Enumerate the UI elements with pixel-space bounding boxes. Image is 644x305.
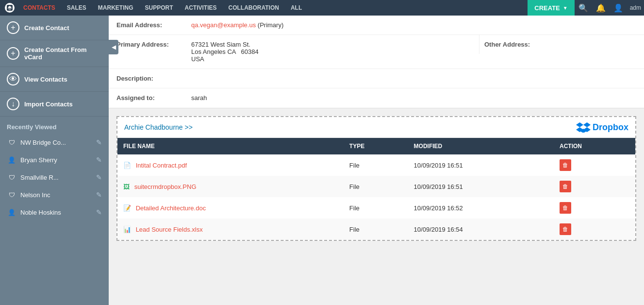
edit-icon[interactable]: ✎ [96, 173, 102, 181]
user-label: adm [627, 4, 644, 11]
create-contact-vcard-action[interactable]: + Create Contact From vCard [0, 40, 109, 67]
search-button[interactable]: 🔍 [575, 0, 592, 16]
nav-all[interactable]: ALL [285, 0, 308, 16]
col-type: TYPE [344, 138, 408, 154]
import-contacts-action[interactable]: ↓ Import Contacts [0, 92, 109, 117]
recent-item-smallville[interactable]: 🛡 Smallville R... ✎ [0, 169, 109, 186]
delete-button[interactable]: 🗑 [560, 181, 571, 192]
assigned-row: Assigned to: sarah [109, 88, 644, 108]
table-row: 📝 Detailed Architecture.doc File 10/09/2… [117, 197, 635, 219]
description-row: Description: [109, 69, 644, 88]
delete-button[interactable]: 🗑 [560, 223, 571, 235]
contact-link[interactable]: Archie Chadbourne >> [124, 123, 193, 131]
email-row: Email Address: qa.vegan@example.us (Prim… [109, 16, 644, 35]
brand-icon[interactable] [5, 3, 15, 13]
file-modified-cell: 10/09/2019 16:54 [408, 219, 554, 240]
person-icon: 👤 [7, 155, 17, 165]
file-link[interactable]: Detailed Architecture.doc [136, 204, 206, 212]
assigned-value: sarah [186, 88, 644, 107]
file-name-cell: 📄 Intital Contract.pdf [117, 154, 344, 176]
dropbox-label: Dropbox [593, 122, 628, 133]
file-name-cell: 📊 Lead Source Fields.xlsx [117, 219, 344, 240]
dropbox-logo: Dropbox [576, 122, 628, 133]
nav-activities[interactable]: ACTIVITIES [179, 0, 222, 16]
dropbox-header: Archie Chadbourne >> Dropbox [117, 117, 635, 138]
delete-button[interactable]: 🗑 [560, 159, 571, 171]
edit-icon[interactable]: ✎ [96, 156, 102, 164]
file-type-cell: File [344, 219, 408, 240]
file-action-cell: 🗑 [554, 154, 635, 176]
view-contacts-icon: 👁 [7, 73, 19, 85]
top-navigation: CONTACTS SALES MARKETING SUPPORT ACTIVIT… [0, 0, 644, 16]
recent-item-bryan-sherry[interactable]: 👤 Bryan Sherry ✎ [0, 151, 109, 169]
recent-item-noble-hoskins[interactable]: 👤 Noble Hoskins ✎ [0, 203, 109, 221]
edit-icon[interactable]: ✎ [96, 138, 102, 146]
files-table-header: FILE NAME TYPE MODIFIED ACTION [117, 138, 635, 154]
file-action-cell: 🗑 [554, 219, 635, 240]
edit-icon[interactable]: ✎ [96, 208, 102, 216]
create-contact-action[interactable]: + Create Contact [0, 16, 109, 40]
address-row: Primary Address: 67321 West Siam St. Los… [109, 35, 644, 69]
detail-card: Email Address: qa.vegan@example.us (Prim… [109, 16, 644, 108]
file-link[interactable]: suitecrmdropbox.PNG [134, 183, 197, 190]
description-label: Description: [109, 69, 186, 88]
sidebar: + Create Contact + Create Contact From v… [0, 16, 109, 305]
person-icon: 👤 [7, 207, 17, 217]
sidebar-collapse-button[interactable]: ◀ [109, 40, 118, 54]
file-modified-cell: 10/09/2019 16:52 [408, 197, 554, 219]
file-link[interactable]: Intital Contract.pdf [136, 162, 187, 169]
file-link[interactable]: Lead Source Fields.xlsx [136, 226, 203, 233]
email-primary-tag: (Primary) [258, 21, 283, 29]
recent-item-nelson-inc[interactable]: 🛡 Nelson Inc ✎ [0, 186, 109, 203]
other-address-label: Other Address: [479, 35, 644, 54]
recent-item-smallville-label: Smallville R... [20, 174, 92, 181]
recent-item-noble-hoskins-label: Noble Hoskins [20, 209, 92, 216]
table-row: 📊 Lead Source Fields.xlsx File 10/09/201… [117, 219, 635, 240]
table-row: 📄 Intital Contract.pdf File 10/09/2019 1… [117, 154, 635, 176]
nav-sales[interactable]: SALES [61, 0, 92, 16]
file-modified-cell: 10/09/2019 16:51 [408, 154, 554, 176]
table-row: 🖼 suitecrmdropbox.PNG File 10/09/2019 16… [117, 176, 635, 197]
nav-contacts[interactable]: CONTACTS [17, 0, 61, 16]
col-action: ACTION [554, 138, 635, 154]
col-modified: MODIFIED [408, 138, 554, 154]
recent-item-bryan-sherry-label: Bryan Sherry [20, 156, 92, 164]
delete-button[interactable]: 🗑 [560, 202, 571, 214]
create-button[interactable]: CREATE ▼ [528, 0, 574, 16]
file-type-cell: File [344, 197, 408, 219]
nav-collaboration[interactable]: COLLABORATION [223, 0, 285, 16]
view-contacts-label: View Contacts [24, 76, 67, 83]
create-dropdown-arrow: ▼ [563, 5, 568, 11]
recent-item-nw-bridge-label: NW Bridge Co... [20, 139, 92, 146]
view-contacts-action[interactable]: 👁 View Contacts [0, 67, 109, 92]
nav-support[interactable]: SUPPORT [139, 0, 179, 16]
shield-icon: 🛡 [7, 137, 17, 147]
create-contact-icon: + [7, 21, 19, 34]
main-content: Email Address: qa.vegan@example.us (Prim… [109, 16, 644, 305]
email-label: Email Address: [109, 16, 186, 34]
assigned-label: Assigned to: [109, 88, 186, 107]
description-value [186, 69, 644, 81]
create-contact-vcard-label: Create Contact From vCard [24, 46, 102, 61]
file-modified-cell: 10/09/2019 16:51 [408, 176, 554, 197]
email-link[interactable]: qa.vegan@example.us [191, 21, 256, 29]
recent-item-nw-bridge[interactable]: 🛡 NW Bridge Co... ✎ [0, 134, 109, 151]
notifications-button[interactable]: 🔔 [592, 0, 610, 16]
import-contacts-icon: ↓ [7, 98, 19, 110]
file-action-cell: 🗑 [554, 176, 635, 197]
create-contact-label: Create Contact [24, 24, 69, 32]
recent-item-nelson-inc-label: Nelson Inc [20, 191, 92, 199]
nav-marketing[interactable]: MARKETING [92, 0, 139, 16]
edit-icon[interactable]: ✎ [96, 191, 102, 199]
recently-viewed-title: Recently Viewed [0, 117, 109, 134]
files-table: FILE NAME TYPE MODIFIED ACTION 📄 Intital… [117, 138, 635, 240]
user-avatar[interactable]: 👤 [610, 0, 627, 16]
create-contact-vcard-icon: + [7, 47, 19, 60]
primary-address-value: 67321 West Siam St. Los Angeles CA 60384… [186, 35, 479, 68]
file-name-cell: 📝 Detailed Architecture.doc [117, 197, 344, 219]
file-type-cell: File [344, 176, 408, 197]
file-name-cell: 🖼 suitecrmdropbox.PNG [117, 176, 344, 197]
file-action-cell: 🗑 [554, 197, 635, 219]
col-filename: FILE NAME [117, 138, 344, 154]
dropbox-panel: Archie Chadbourne >> Dropbox [116, 116, 636, 241]
